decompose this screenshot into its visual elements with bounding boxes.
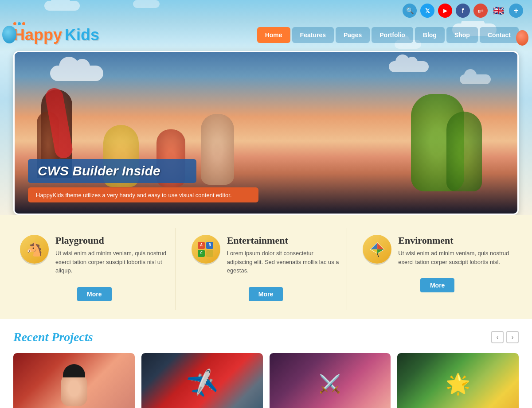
slide-title-box: CWS Builder Inside bbox=[28, 159, 196, 183]
feature-entertainment: A B C Entertainment Lorem ipsum dolor si… bbox=[185, 228, 348, 310]
recent-projects-title: Recent Projects bbox=[13, 330, 93, 344]
playground-more-button[interactable]: More bbox=[77, 287, 111, 301]
feature-top-2: A B C Entertainment Lorem ipsum dolor si… bbox=[192, 235, 340, 275]
projects-grid: ✈️ ⚔️ 🌟 bbox=[13, 353, 519, 408]
nav-contact[interactable]: Contact bbox=[480, 27, 519, 43]
googleplus-icon[interactable]: g+ bbox=[473, 4, 488, 18]
feature-top-1: 🐴 Playground Ut wisi enim ad minim venia… bbox=[20, 235, 169, 275]
next-projects-button[interactable]: › bbox=[506, 331, 519, 343]
project-card-2[interactable]: ✈️ bbox=[141, 353, 263, 408]
nav-features[interactable]: Features bbox=[292, 27, 334, 43]
nav-pages[interactable]: Pages bbox=[336, 27, 370, 43]
recent-projects-header: Recent Projects ‹ › bbox=[13, 330, 519, 344]
logo-kids: Kids bbox=[65, 26, 99, 44]
project-nav-arrows: ‹ › bbox=[491, 331, 519, 343]
feature-desc-1: Ut wisi enim ad minim veniam, quis nostr… bbox=[55, 249, 169, 275]
plus-icon[interactable]: + bbox=[509, 4, 523, 18]
language-icon[interactable]: 🇬🇧 bbox=[491, 4, 505, 18]
slide-title: CWS Builder Inside bbox=[38, 163, 160, 178]
feature-desc-2: Lorem ipsum dolor sit consectetur adipis… bbox=[227, 249, 340, 275]
feature-desc-3: Ut wisi enim ad minim veniam, quis nostr… bbox=[398, 249, 512, 266]
slide-desc-box: HappyKids theme utilizes a very handy an… bbox=[28, 187, 258, 202]
recent-projects-section: Recent Projects ‹ › ✈️ ⚔️ bbox=[0, 319, 532, 408]
kite-svg bbox=[369, 241, 386, 258]
nav-shop[interactable]: Shop bbox=[446, 27, 478, 43]
svg-marker-5 bbox=[377, 243, 384, 249]
logo-happy: Happy bbox=[13, 26, 62, 44]
feature-title-1: Playground bbox=[55, 235, 169, 246]
slider: CWS Builder Inside HappyKids theme utili… bbox=[13, 51, 519, 215]
slider-section: CWS Builder Inside HappyKids theme utili… bbox=[0, 51, 532, 215]
entertainment-more-button[interactable]: More bbox=[249, 287, 283, 301]
entertainment-icon: A B C bbox=[192, 235, 220, 264]
feature-title-2: Entertainment bbox=[227, 235, 340, 246]
search-icon[interactable]: 🔍 bbox=[403, 4, 417, 18]
feature-environment: Environment Ut wisi enim ad minim veniam… bbox=[356, 228, 519, 310]
features-section: 🐴 Playground Ut wisi enim ad minim venia… bbox=[0, 215, 532, 319]
youtube-icon[interactable]: ▶ bbox=[438, 4, 452, 18]
environment-more-button[interactable]: More bbox=[420, 278, 454, 292]
logo[interactable]: Happy Kids bbox=[13, 26, 99, 44]
facebook-icon[interactable]: f bbox=[456, 4, 470, 18]
top-bar: 🔍 𝕏 ▶ f g+ 🇬🇧 + bbox=[0, 0, 532, 21]
slide-description: HappyKids theme utilizes a very handy an… bbox=[36, 192, 232, 198]
nav-home[interactable]: Home bbox=[257, 27, 290, 43]
main-nav: Home Features Pages Portfolio Blog Shop … bbox=[257, 27, 519, 43]
header: Happy Kids Home Features Pages Portfolio… bbox=[0, 21, 532, 51]
slide-content: CWS Builder Inside HappyKids theme utili… bbox=[15, 52, 517, 214]
environment-icon bbox=[363, 235, 391, 264]
feature-playground: 🐴 Playground Ut wisi enim ad minim venia… bbox=[13, 228, 176, 310]
nav-portfolio[interactable]: Portfolio bbox=[372, 27, 413, 43]
twitter-icon[interactable]: 𝕏 bbox=[420, 4, 434, 18]
prev-projects-button[interactable]: ‹ bbox=[491, 331, 504, 343]
playground-icon: 🐴 bbox=[20, 235, 49, 264]
feature-title-3: Environment bbox=[398, 235, 512, 246]
svg-marker-6 bbox=[371, 243, 377, 249]
project-card-4[interactable]: 🌟 bbox=[397, 353, 519, 408]
nav-blog[interactable]: Blog bbox=[415, 27, 445, 43]
project-card-3[interactable]: ⚔️ bbox=[270, 353, 391, 408]
feature-top-3: Environment Ut wisi enim ad minim veniam… bbox=[363, 235, 512, 266]
project-card-1[interactable] bbox=[13, 353, 135, 408]
svg-line-4 bbox=[377, 253, 379, 257]
